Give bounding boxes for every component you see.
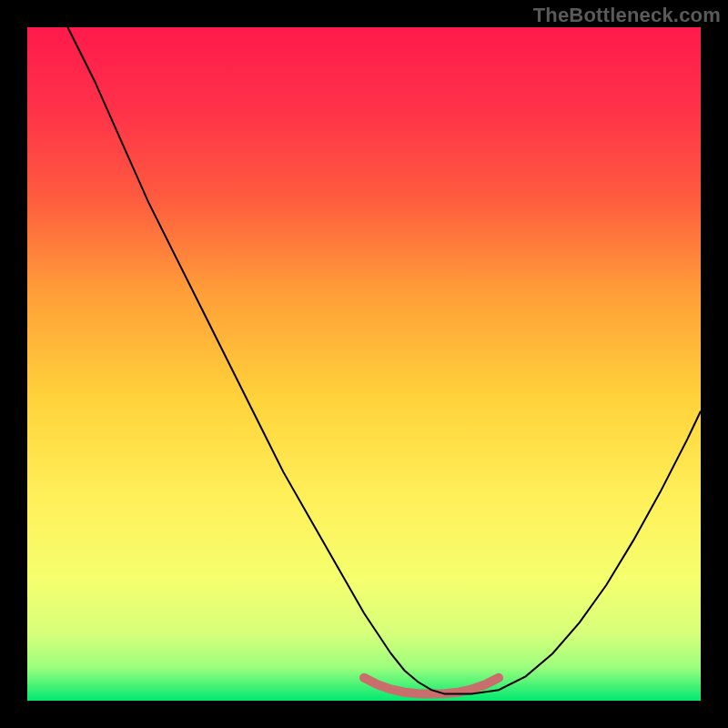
- watermark-text: TheBottleneck.com: [533, 4, 721, 27]
- curve-layer: [27, 27, 701, 701]
- main-curve-path: [67, 27, 701, 694]
- trough-marker-path: [364, 678, 499, 694]
- stage: TheBottleneck.com: [0, 0, 728, 728]
- plot-area: [27, 27, 701, 701]
